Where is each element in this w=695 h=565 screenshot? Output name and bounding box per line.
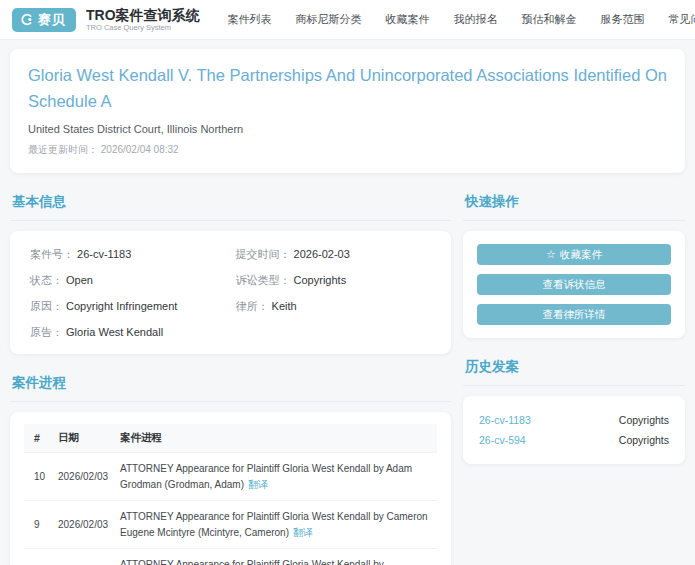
view-complaint-button[interactable]: 查看诉状信息 (477, 274, 671, 295)
history-title: 历史发案 (463, 354, 685, 386)
table-row: 10 2026/02/03 ATTORNEY Appearance for Pl… (24, 453, 437, 501)
view-law-firm-button[interactable]: 查看律所详情 (477, 304, 671, 325)
col-header-index: # (24, 424, 52, 453)
field-plaintiff: 原告： Gloria West Kendall (30, 325, 226, 340)
history-card: 26-cv-1183 Copyrights 26-cv-594 Copyrigh… (463, 396, 685, 464)
logo[interactable]: 赛贝 (12, 8, 76, 32)
progress-text: ATTORNEY Appearance for Plaintiff Gloria… (120, 559, 384, 565)
field-case-number: 案件号： 26-cv-1183 (30, 247, 226, 262)
case-progress-section: 案件进程 # 日期 案件进程 10 (10, 370, 451, 565)
translate-link[interactable]: 翻译 (293, 527, 313, 538)
main-nav: 案件列表 商标尼斯分类 收藏案件 我的报名 预估和解金 服务范围 常见问题 关于… (228, 12, 695, 27)
table-header-row: # 日期 案件进程 (24, 424, 437, 453)
nav-item-faq[interactable]: 常见问题 (669, 12, 695, 27)
top-header: 赛贝 TRO案件查询系统 TRO Case Query System 案件列表 … (0, 0, 695, 40)
table-row: 9 2026/02/03 ATTORNEY Appearance for Pla… (24, 501, 437, 549)
basic-info-section: 基本信息 案件号： 26-cv-1183 提交时间： 2026-02-03 状态… (10, 189, 451, 354)
history-case-type: Copyrights (619, 434, 669, 446)
brand-block: TRO案件查询系统 TRO Case Query System (86, 8, 200, 32)
field-filing-date: 提交时间： 2026-02-03 (236, 247, 432, 262)
history-section: 历史发案 26-cv-1183 Copyrights 26-cv-594 Cop… (463, 354, 685, 464)
updated-label: 最近更新时间： (28, 144, 98, 155)
translate-link[interactable]: 翻译 (248, 479, 268, 490)
logo-icon (19, 12, 34, 27)
col-header-date: 日期 (52, 424, 114, 453)
nav-item-nice-classification[interactable]: 商标尼斯分类 (296, 12, 362, 27)
nav-item-service-scope[interactable]: 服务范围 (601, 12, 645, 27)
app-subtitle: TRO Case Query System (86, 23, 200, 32)
case-updated: 最近更新时间： 2026/02/04 08:32 (28, 143, 667, 157)
quick-actions-card: ☆ 收藏案件 查看诉状信息 查看律所详情 (463, 231, 685, 338)
logo-text: 赛贝 (38, 11, 66, 29)
nav-item-settlement-estimate[interactable]: 预估和解金 (522, 12, 577, 27)
star-icon: ☆ (546, 249, 556, 260)
favorite-case-button[interactable]: ☆ 收藏案件 (477, 244, 671, 265)
basic-info-title: 基本信息 (10, 189, 451, 221)
history-case-type: Copyrights (619, 414, 669, 426)
col-header-progress: 案件进程 (114, 424, 437, 453)
field-status: 状态： Open (30, 273, 226, 288)
progress-text: ATTORNEY Appearance for Plaintiff Gloria… (120, 511, 428, 538)
table-row: 8 2026/02/03 ATTORNEY Appearance for Pla… (24, 549, 437, 565)
quick-actions-section: 快速操作 ☆ 收藏案件 查看诉状信息 查看律所详情 (463, 189, 685, 338)
case-progress-title: 案件进程 (10, 370, 451, 402)
app-title: TRO案件查询系统 (86, 8, 200, 23)
case-progress-table: # 日期 案件进程 10 2026/02/03 ATTORNEY Appeara… (24, 424, 437, 565)
history-case-link[interactable]: 26-cv-594 (479, 434, 526, 446)
history-row: 26-cv-594 Copyrights (479, 430, 669, 450)
field-cause: 原因： Copyright Infringement (30, 299, 226, 314)
updated-time: 2026/02/04 08:32 (101, 144, 179, 155)
case-court: United States District Court, Illinois N… (28, 123, 667, 135)
field-litigation-type: 诉讼类型： Copyrights (236, 273, 432, 288)
nav-item-my-registration[interactable]: 我的报名 (454, 12, 498, 27)
main-content: Gloria West Kendall V. The Partnerships … (0, 40, 695, 565)
case-progress-card: # 日期 案件进程 10 2026/02/03 ATTORNEY Appeara… (10, 412, 451, 565)
history-row: 26-cv-1183 Copyrights (479, 410, 669, 430)
field-law-firm: 律所： Keith (236, 299, 432, 314)
case-title: Gloria West Kendall V. The Partnerships … (28, 63, 667, 114)
quick-actions-title: 快速操作 (463, 189, 685, 221)
nav-item-case-list[interactable]: 案件列表 (228, 12, 272, 27)
nav-item-favorite-cases[interactable]: 收藏案件 (386, 12, 430, 27)
history-case-link[interactable]: 26-cv-1183 (479, 414, 531, 426)
basic-info-card: 案件号： 26-cv-1183 提交时间： 2026-02-03 状态： Ope… (10, 231, 451, 354)
case-title-card: Gloria West Kendall V. The Partnerships … (10, 49, 685, 173)
